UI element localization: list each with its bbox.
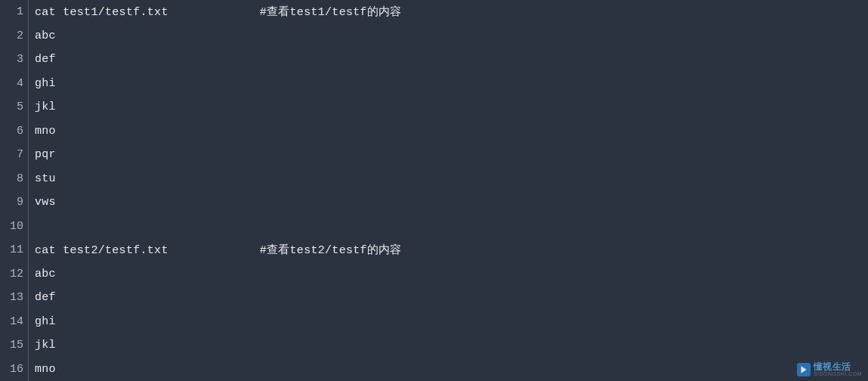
code-text: cat test2/testf.txt #查看test2/testf的内容	[29, 243, 402, 257]
code-line: 2abc	[0, 24, 868, 48]
code-line: 1cat test1/testf.txt #查看test1/testf的内容	[0, 0, 868, 24]
watermark-text: 懂视生活 SIDONGSHI.COM	[814, 362, 862, 376]
code-text: def	[29, 291, 56, 304]
code-line: 16mno	[0, 358, 868, 382]
line-number: 4	[0, 72, 29, 96]
code-text: cat test1/testf.txt #查看test1/testf的内容	[29, 5, 402, 19]
line-number: 12	[0, 262, 29, 287]
code-line: 7pqr	[0, 143, 868, 167]
line-number: 3	[0, 48, 29, 72]
line-number: 8	[0, 167, 29, 191]
watermark-brand: 懂视生活	[814, 362, 862, 371]
code-text: jkl	[29, 101, 56, 113]
watermark: 懂视生活 SIDONGSHI.COM	[797, 362, 862, 376]
code-line: 4ghi	[0, 72, 868, 96]
code-text: def	[29, 53, 56, 66]
code-text: vws	[29, 196, 56, 209]
code-line: 8stu	[0, 167, 868, 191]
code-text: jkl	[29, 339, 56, 352]
line-number: 5	[0, 95, 29, 119]
line-number: 7	[0, 143, 29, 167]
code-line: 10	[0, 215, 868, 239]
line-number: 13	[0, 286, 29, 310]
line-number: 11	[0, 238, 29, 262]
code-text: pqr	[29, 148, 56, 161]
code-line: 13def	[0, 286, 868, 310]
line-number: 16	[0, 358, 29, 382]
code-text: ghi	[29, 315, 56, 328]
code-line: 11cat test2/testf.txt #查看test2/testf的内容	[0, 238, 868, 262]
line-number: 1	[0, 0, 29, 24]
code-line: 5jkl	[0, 95, 868, 119]
code-text: ghi	[29, 77, 56, 90]
code-text: stu	[29, 172, 56, 185]
line-number: 9	[0, 190, 29, 215]
code-text: abc	[29, 29, 56, 42]
line-number: 14	[0, 310, 29, 334]
line-number: 10	[0, 215, 29, 239]
code-line: 9vws	[0, 190, 868, 215]
play-icon	[797, 363, 811, 376]
code-line: 15jkl	[0, 333, 868, 358]
line-number: 15	[0, 333, 29, 358]
code-line: 3def	[0, 48, 868, 72]
code-block: 1cat test1/testf.txt #查看test1/testf的内容2a…	[0, 0, 868, 381]
code-text: abc	[29, 268, 56, 280]
code-line: 6mno	[0, 119, 868, 144]
code-line: 14ghi	[0, 310, 868, 334]
watermark-domain: SIDONGSHI.COM	[814, 371, 862, 376]
code-line: 12abc	[0, 262, 868, 287]
line-number: 6	[0, 119, 29, 144]
code-text: mno	[29, 125, 56, 138]
line-number: 2	[0, 24, 29, 48]
code-text: mno	[29, 363, 56, 376]
